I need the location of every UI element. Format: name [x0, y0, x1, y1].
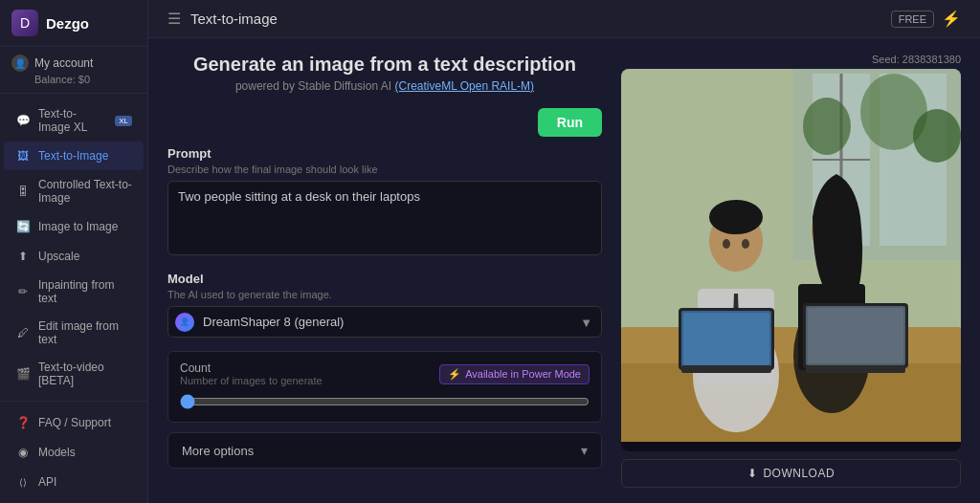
faq-icon: ❓: [15, 415, 31, 430]
sidebar-item-edit-image[interactable]: 🖊 Edit image from text: [4, 313, 144, 353]
sidebar-header: D Dezgo: [0, 0, 147, 47]
seed-info: Seed: 2838381380: [621, 54, 961, 65]
download-icon: ⬇: [747, 467, 758, 480]
generated-image-container: [621, 69, 961, 451]
free-badge: FREE: [891, 11, 934, 28]
sidebar-item-api[interactable]: ⟨⟩ API: [4, 468, 144, 496]
sidebar-item-upscale[interactable]: ⬆ Upscale: [4, 242, 144, 271]
more-options-label: More options: [182, 444, 254, 458]
sidebar-item-label: Text-to-Image XL: [38, 107, 107, 134]
sidebar-item-controlled-text-to-image[interactable]: 🎛 Controlled Text-to-Image: [4, 171, 144, 211]
sidebar-item-label: Edit image from text: [38, 319, 132, 346]
sidebar-item-label: Image to Image: [38, 220, 118, 233]
power-mode-label: Available in Power Mode: [465, 368, 581, 380]
generated-image: [621, 69, 961, 442]
text-to-image-xl-icon: 💬: [15, 113, 31, 128]
power-bolt-icon: ⚡: [448, 368, 461, 381]
sidebar-item-label: Upscale: [38, 250, 79, 263]
page-title-section: Generate an image from a text descriptio…: [167, 54, 602, 93]
generate-title: Generate an image from a text descriptio…: [167, 54, 602, 76]
api-icon: ⟨⟩: [15, 474, 31, 490]
model-select-wrapper: 👤 DreamShaper 8 (general) Stable Diffusi…: [167, 306, 602, 338]
account-balance: Balance: $0: [11, 74, 136, 85]
xl-badge: XL: [115, 116, 132, 126]
model-avatar-icon: 👤: [175, 313, 194, 332]
count-slider[interactable]: [180, 394, 590, 409]
right-panel: Seed: 2838381380: [621, 54, 961, 488]
more-options-bar[interactable]: More options ▾: [167, 432, 602, 469]
prompt-input[interactable]: Two people sitting at a desk on their la…: [167, 181, 602, 255]
text-to-image-icon: 🖼: [15, 148, 31, 164]
download-button[interactable]: ⬇ DOWNLOAD: [621, 459, 961, 488]
hamburger-icon[interactable]: ☰: [167, 10, 181, 28]
chevron-down-icon: ▾: [581, 443, 588, 458]
topbar-left: ☰ Text-to-image: [167, 10, 278, 28]
page-subtitle: powered by Stable Diffusion AI (Creative…: [167, 79, 602, 93]
brand-name: Dezgo: [46, 15, 89, 32]
sidebar-item-models[interactable]: ◉ Models: [4, 438, 144, 467]
count-header: Count Number of images to generate ⚡ Ava…: [180, 361, 590, 386]
prompt-hint: Describe how the final image should look…: [167, 164, 602, 175]
left-panel: Generate an image from a text descriptio…: [167, 54, 602, 488]
count-label: Count: [180, 361, 323, 375]
account-avatar: 👤: [11, 55, 29, 72]
download-label: DOWNLOAD: [763, 467, 835, 480]
model-section: Model The AI used to generate the image.…: [167, 272, 602, 338]
prompt-label: Prompt: [167, 146, 602, 161]
sidebar-item-label: Controlled Text-to-Image: [38, 178, 132, 205]
sidebar-item-inpainting[interactable]: ✏ Inpainting from text: [4, 272, 144, 312]
model-label: Model: [167, 272, 602, 286]
inpainting-icon: ✏: [15, 284, 31, 299]
account-label: My account: [34, 56, 93, 70]
main-area: ☰ Text-to-image FREE ⚡ Generate an image…: [148, 0, 980, 503]
sidebar-item-label: Inpainting from text: [38, 278, 132, 305]
sidebar-item-image-to-image[interactable]: 🔄 Image to Image: [4, 212, 144, 241]
edit-image-icon: 🖊: [15, 325, 31, 340]
page-title: Text-to-image: [190, 11, 278, 27]
bolt-icon: ⚡: [942, 10, 961, 28]
sidebar-item-text-to-image[interactable]: 🖼 Text-to-Image: [4, 142, 144, 170]
sidebar-item-faq[interactable]: ❓ FAQ / Support: [4, 408, 144, 437]
image-to-image-icon: 🔄: [15, 219, 31, 234]
upscale-icon: ⬆: [15, 249, 31, 264]
sidebar-item-label: API: [38, 475, 56, 489]
sidebar: D Dezgo 👤 My account Balance: $0 💬 Text-…: [0, 0, 148, 503]
text-to-video-icon: 🎬: [15, 366, 31, 382]
run-button[interactable]: Run: [538, 108, 602, 137]
brand-logo: D: [11, 10, 38, 36]
sidebar-item-label: FAQ / Support: [38, 416, 111, 429]
topbar-right: FREE ⚡: [891, 10, 961, 28]
svg-rect-31: [621, 69, 961, 442]
prompt-section: Prompt Describe how the final image shou…: [167, 146, 602, 258]
controlled-icon: 🎛: [15, 184, 31, 199]
sidebar-item-label: Text-to-video [BETA]: [38, 361, 132, 387]
sidebar-footer: ❓ FAQ / Support ◉ Models ⟨⟩ API 𝕏 Twitte…: [0, 401, 147, 503]
content-area: Generate an image from a text descriptio…: [148, 38, 980, 503]
account-section[interactable]: 👤 My account Balance: $0: [0, 47, 147, 94]
count-section: Count Number of images to generate ⚡ Ava…: [167, 351, 602, 423]
rail-link[interactable]: (CreativeML Open RAIL-M): [394, 79, 534, 93]
count-labels: Count Number of images to generate: [180, 361, 323, 386]
sidebar-item-twitter[interactable]: 𝕏 Twitter: [4, 497, 144, 503]
sidebar-nav: 💬 Text-to-Image XL XL 🖼 Text-to-Image 🎛 …: [0, 94, 147, 401]
models-icon: ◉: [15, 445, 31, 460]
sidebar-item-label: Models: [38, 446, 76, 459]
sidebar-item-text-to-video[interactable]: 🎬 Text-to-video [BETA]: [4, 354, 144, 394]
sidebar-item-label: Text-to-Image: [38, 149, 108, 163]
topbar: ☰ Text-to-image FREE ⚡: [148, 0, 980, 38]
model-hint: The AI used to generate the image.: [167, 289, 602, 300]
count-hint: Number of images to generate: [180, 375, 323, 386]
power-mode-badge: ⚡ Available in Power Mode: [439, 364, 590, 384]
sidebar-item-text-to-image-xl[interactable]: 💬 Text-to-Image XL XL: [4, 100, 144, 141]
model-select[interactable]: DreamShaper 8 (general) Stable Diffusion…: [167, 306, 602, 338]
